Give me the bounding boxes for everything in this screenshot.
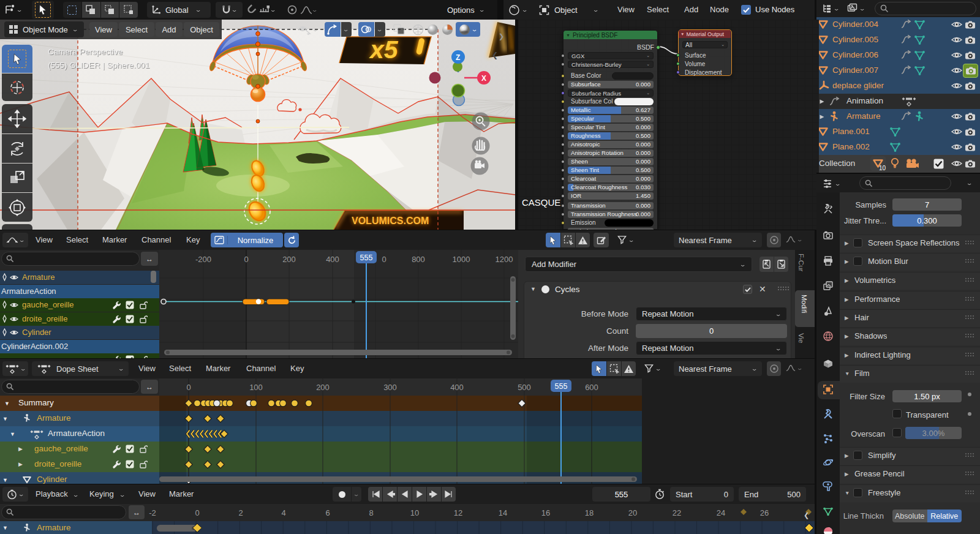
svg-text:0: 0 xyxy=(244,255,248,264)
svg-text:x5: x5 xyxy=(369,36,399,64)
svg-text:200: 200 xyxy=(282,255,296,264)
svg-text:❮: ❮ xyxy=(804,511,809,519)
svg-text:X: X xyxy=(481,74,486,83)
svg-text:24: 24 xyxy=(717,508,725,517)
svg-text:0: 0 xyxy=(186,383,190,392)
svg-text:0: 0 xyxy=(382,255,386,264)
svg-text:22: 22 xyxy=(673,508,681,517)
svg-text:6: 6 xyxy=(325,508,330,517)
svg-text:2: 2 xyxy=(238,508,243,517)
svg-text:❮: ❮ xyxy=(492,51,498,59)
svg-text:800: 800 xyxy=(412,255,425,264)
svg-text:400: 400 xyxy=(326,255,339,264)
svg-text:100: 100 xyxy=(249,383,263,392)
svg-text:400: 400 xyxy=(450,383,464,392)
svg-text:600: 600 xyxy=(585,383,598,392)
svg-text:20: 20 xyxy=(628,508,637,517)
svg-text:10: 10 xyxy=(410,508,419,517)
svg-text:16: 16 xyxy=(541,508,550,517)
svg-text:18: 18 xyxy=(585,508,594,517)
svg-text:1200: 1200 xyxy=(496,255,513,264)
svg-text:300: 300 xyxy=(383,383,397,392)
svg-text:0: 0 xyxy=(195,508,199,517)
svg-text:(555) GLIDER | Sphere.001: (555) GLIDER | Sphere.001 xyxy=(48,61,149,70)
svg-text:555: 555 xyxy=(555,382,568,391)
svg-text:1000: 1000 xyxy=(453,255,470,264)
svg-text:Z: Z xyxy=(456,53,460,62)
svg-text:26: 26 xyxy=(760,508,769,517)
svg-text:200: 200 xyxy=(316,383,330,392)
svg-text:4: 4 xyxy=(281,508,285,517)
svg-text:555: 555 xyxy=(360,254,373,262)
svg-text:12: 12 xyxy=(454,508,462,517)
svg-text:8: 8 xyxy=(369,508,373,517)
svg-text:Camera Perspective: Camera Perspective xyxy=(48,47,123,56)
svg-text:500: 500 xyxy=(518,383,531,392)
svg-text:VOLUMICS.COM: VOLUMICS.COM xyxy=(352,216,429,226)
svg-text:14: 14 xyxy=(499,508,507,517)
svg-text:-2: -2 xyxy=(149,508,156,517)
svg-text:-200: -200 xyxy=(195,255,211,264)
